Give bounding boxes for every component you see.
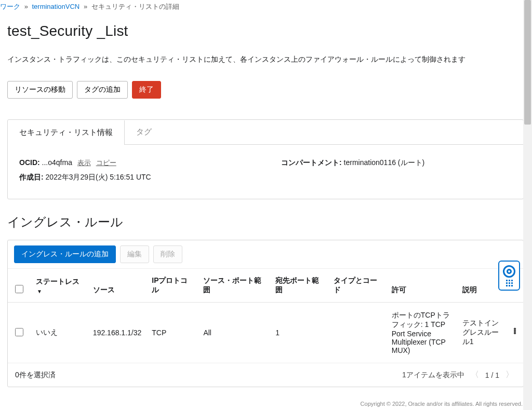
ingress-heading: イングレス・ルール xyxy=(7,214,524,230)
pager-next-icon: 〉 xyxy=(503,368,516,381)
cell-allow: ポートのTCPトラフィック: 1 TCP Port Service Multip… xyxy=(387,303,457,363)
select-all-checkbox[interactable] xyxy=(15,285,23,293)
ingress-table-wrap: イングレス・ルールの追加 編集 削除 ステートレス▼ ソース IPプロトコル ソ… xyxy=(7,240,524,387)
ocid-value: ...o4qfma xyxy=(42,158,72,167)
cell-dst-port: 1 xyxy=(270,303,328,363)
breadcrumb: ワーク » terminationVCN » セキュリティ・リストの詳細 xyxy=(0,0,532,11)
info-col-right: コンパートメント: termination0116 (ルート) xyxy=(281,155,512,184)
pager-position: 1 / 1 xyxy=(485,371,499,379)
row-checkbox[interactable] xyxy=(15,328,23,336)
move-resource-button[interactable]: リソースの移動 xyxy=(7,81,73,99)
col-checkbox xyxy=(8,269,31,303)
ocid-copy-link[interactable]: コピー xyxy=(96,159,116,167)
col-type-code[interactable]: タイプとコード xyxy=(328,269,387,303)
pager-prev-icon: 〈 xyxy=(469,368,481,381)
table-footer: 0件を選択済 1アイテムを表示中 〈 1 / 1 〉 xyxy=(8,363,523,387)
cell-desc: テストイングレスルール1 xyxy=(457,303,507,363)
created-value: 2022年3月29日(火) 5:16:51 UTC xyxy=(46,173,151,181)
table-row: いいえ 192.168.1.1/32 TCP All 1 ポートのTCPトラフィ… xyxy=(8,303,523,363)
col-stateless[interactable]: ステートレス▼ xyxy=(31,269,88,303)
grid-dots-icon xyxy=(506,280,513,286)
breadcrumb-sep: » xyxy=(84,3,87,10)
info-panel: セキュリティ・リスト情報 タグ OCID: ...o4qfma 表示 コピー 作… xyxy=(7,119,524,199)
page-title: test_Security _List xyxy=(7,23,524,39)
add-tag-button[interactable]: タグの追加 xyxy=(77,81,128,99)
tab-security-list-info[interactable]: セキュリティ・リスト情報 xyxy=(8,120,125,145)
delete-rule-button: 削除 xyxy=(153,245,182,263)
col-source[interactable]: ソース xyxy=(88,269,147,303)
tab-body: OCID: ...o4qfma 表示 コピー 作成日: 2022年3月29日(火… xyxy=(8,145,523,199)
row-actions-kebab-icon[interactable]: ••• xyxy=(513,328,516,334)
action-button-row: リソースの移動 タグの追加 終了 xyxy=(7,81,524,99)
vertical-scrollbar[interactable] xyxy=(523,0,532,410)
terminate-button[interactable]: 終了 xyxy=(132,81,161,99)
tab-tags[interactable]: タグ xyxy=(125,120,164,144)
tab-header: セキュリティ・リスト情報 タグ xyxy=(8,120,523,145)
breadcrumb-link-work[interactable]: ワーク xyxy=(0,3,20,10)
col-ip-protocol[interactable]: IPプロトコル xyxy=(147,269,198,303)
col-src-port[interactable]: ソース・ポート範囲 xyxy=(198,269,270,303)
cell-stateless: いいえ xyxy=(31,303,88,363)
scrollbar-thumb[interactable] xyxy=(524,0,531,125)
selected-count: 0件を選択済 xyxy=(15,371,56,380)
page-description: インスタンス・トラフィックは、このセキュリティ・リストに加えて、各インスタンス上… xyxy=(7,55,524,64)
cell-ip-protocol: TCP xyxy=(147,303,198,363)
created-label: 作成日: xyxy=(19,173,44,181)
ingress-table: ステートレス▼ ソース IPプロトコル ソース・ポート範囲 宛先ポート範囲 タイ… xyxy=(8,269,523,363)
copyright: Copyright © 2022, Oracle and/or its affi… xyxy=(361,401,523,407)
pager: 1アイテムを表示中 〈 1 / 1 〉 xyxy=(402,368,516,381)
lifebuoy-icon xyxy=(503,265,515,278)
info-col-left: OCID: ...o4qfma 表示 コピー 作成日: 2022年3月29日(火… xyxy=(19,155,250,184)
ocid-label: OCID: xyxy=(19,158,40,167)
sort-caret-icon: ▼ xyxy=(37,289,42,294)
add-ingress-rule-button[interactable]: イングレス・ルールの追加 xyxy=(14,245,116,263)
compartment-label: コンパートメント: xyxy=(281,158,342,167)
cell-src-port: All xyxy=(198,303,270,363)
col-allow[interactable]: 許可 xyxy=(387,269,457,303)
breadcrumb-current: セキュリティ・リストの詳細 xyxy=(91,3,179,10)
cell-type-code xyxy=(328,303,387,363)
help-floating-button[interactable] xyxy=(498,261,520,291)
col-dst-port[interactable]: 宛先ポート範囲 xyxy=(270,269,328,303)
compartment-value: termination0116 (ルート) xyxy=(344,158,425,167)
edit-rule-button: 編集 xyxy=(120,245,149,263)
showing-count: 1アイテムを表示中 xyxy=(402,371,464,380)
cell-source: 192.168.1.1/32 xyxy=(88,303,147,363)
ocid-show-link[interactable]: 表示 xyxy=(77,159,91,167)
breadcrumb-sep: » xyxy=(24,3,28,10)
ingress-table-actions: イングレス・ルールの追加 編集 削除 xyxy=(8,240,523,269)
breadcrumb-link-vcn[interactable]: terminationVCN xyxy=(32,3,79,10)
